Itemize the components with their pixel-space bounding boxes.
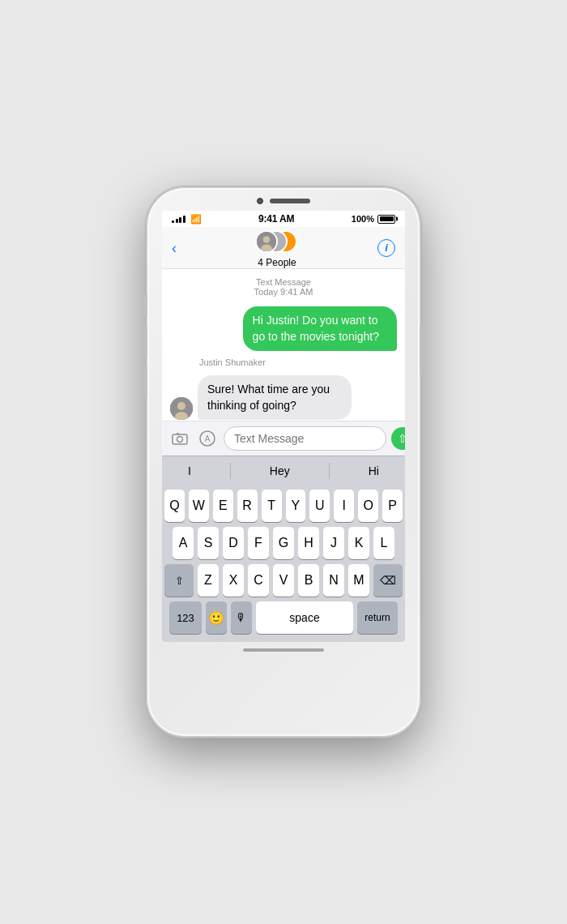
signal-bar-3 (179, 217, 181, 223)
key-f[interactable]: F (248, 527, 269, 559)
status-time: 9:41 AM (258, 213, 294, 225)
key-l[interactable]: L (373, 527, 394, 559)
key-z[interactable]: Z (198, 564, 219, 597)
camera-button[interactable] (168, 427, 191, 450)
key-numbers[interactable]: 123 (169, 601, 202, 634)
camera-area (257, 198, 310, 204)
key-s[interactable]: S (198, 527, 219, 559)
key-shift[interactable]: ⇧ (164, 564, 194, 597)
wifi-icon: 📶 (190, 214, 202, 225)
autocomplete-item-2[interactable]: Hey (257, 461, 303, 481)
apps-button[interactable]: A (196, 427, 219, 450)
key-t[interactable]: T (262, 490, 282, 522)
contact-avatar (170, 397, 193, 420)
signal-bar-2 (176, 219, 178, 223)
nav-bar: ‹ 4 People (162, 227, 405, 269)
messages-area: Text Message Today 9:41 AM Hi Justin! Do… (162, 269, 405, 421)
battery-body (377, 215, 395, 224)
received-message-row: Sure! What time are you thinking of goin… (170, 375, 397, 420)
autocomplete-item-3[interactable]: Hi (356, 461, 392, 481)
key-mic[interactable]: 🎙 (231, 601, 252, 634)
keyboard-row-2: A S D F G H J K L (164, 527, 403, 559)
send-arrow-icon: ⇧ (398, 433, 405, 444)
autocomplete-divider-2 (329, 463, 330, 479)
svg-point-2 (261, 244, 272, 252)
key-m[interactable]: M (348, 564, 369, 597)
avatar-1 (255, 230, 278, 253)
power-button[interactable] (420, 326, 423, 374)
key-y[interactable]: Y (286, 490, 306, 522)
keyboard-row-1: Q W E R T Y U I O P (164, 490, 403, 522)
home-indicator[interactable] (243, 648, 324, 652)
key-w[interactable]: W (189, 490, 209, 522)
svg-point-7 (177, 437, 183, 443)
key-g[interactable]: G (273, 527, 294, 559)
message-input[interactable] (224, 426, 386, 451)
key-r[interactable]: R (237, 490, 258, 522)
signal-bar-1 (172, 220, 174, 223)
key-q[interactable]: Q (164, 490, 185, 522)
info-icon: i (385, 242, 388, 254)
key-x[interactable]: X (223, 564, 244, 597)
group-label[interactable]: 4 People (258, 257, 296, 268)
autocomplete-item-1[interactable]: I (175, 461, 204, 481)
meta-label: Text Message (170, 277, 397, 287)
key-o[interactable]: O (358, 490, 378, 522)
key-v[interactable]: V (273, 564, 294, 597)
sender-name: Justin Shumaker (199, 357, 397, 367)
input-area: A ⇧ (162, 421, 405, 456)
battery-icon (377, 215, 395, 224)
speaker-grille (270, 199, 310, 203)
key-j[interactable]: J (323, 527, 344, 559)
message-meta: Text Message Today 9:41 AM (170, 277, 397, 297)
signal-bars (172, 215, 185, 223)
status-left: 📶 (172, 214, 202, 225)
key-d[interactable]: D (223, 527, 244, 559)
key-return[interactable]: return (357, 601, 398, 634)
sent-bubble: Hi Justin! Do you want to go to the movi… (243, 306, 397, 351)
key-n[interactable]: N (323, 564, 344, 597)
key-b[interactable]: B (298, 564, 319, 597)
info-button[interactable]: i (377, 239, 395, 257)
status-bar: 📶 9:41 AM 100% (162, 211, 405, 227)
key-p[interactable]: P (382, 490, 403, 522)
key-backspace[interactable]: ⌫ (373, 564, 403, 597)
key-a[interactable]: A (173, 527, 194, 559)
keyboard-row-3: ⇧ Z X C V B N M ⌫ (164, 564, 403, 597)
front-camera (257, 198, 263, 204)
back-button[interactable]: ‹ (172, 241, 177, 255)
key-k[interactable]: K (348, 527, 369, 559)
meta-time: Today 9:41 AM (170, 287, 397, 297)
svg-text:A: A (205, 434, 211, 443)
svg-rect-8 (177, 433, 179, 434)
chevron-left-icon: ‹ (172, 241, 177, 255)
status-right: 100% (352, 214, 395, 224)
svg-point-1 (263, 236, 271, 243)
volume-up-button[interactable] (144, 326, 147, 358)
key-space[interactable]: space (256, 601, 353, 634)
battery-percent: 100% (352, 214, 374, 224)
key-u[interactable]: U (309, 490, 330, 522)
key-emoji[interactable]: 🙂 (206, 601, 227, 634)
volume-down-button[interactable] (144, 366, 147, 399)
phone-screen: 📶 9:41 AM 100% ‹ (162, 211, 405, 642)
key-c[interactable]: C (248, 564, 269, 597)
nav-center: 4 People (255, 228, 299, 268)
phone-top (156, 198, 411, 207)
sent-message-row: Hi Justin! Do you want to go to the movi… (170, 306, 397, 351)
keyboard-row-bottom: 123 🙂 🎙 space return (164, 601, 403, 634)
send-button[interactable]: ⇧ (391, 427, 405, 450)
svg-point-4 (177, 402, 185, 410)
signal-bar-4 (183, 216, 185, 223)
key-i[interactable]: I (334, 490, 354, 522)
keyboard: Q W E R T Y U I O P A S D F G H J K L (162, 485, 405, 642)
battery-fill (380, 216, 394, 221)
autocomplete-divider-1 (230, 463, 231, 479)
key-h[interactable]: H (298, 527, 319, 559)
key-e[interactable]: E (213, 490, 233, 522)
phone-frame: 📶 9:41 AM 100% ‹ (146, 186, 421, 738)
autocomplete-bar: I Hey Hi (162, 456, 405, 485)
received-bubble: Sure! What time are you thinking of goin… (198, 375, 352, 420)
avatar-group[interactable] (255, 228, 299, 255)
